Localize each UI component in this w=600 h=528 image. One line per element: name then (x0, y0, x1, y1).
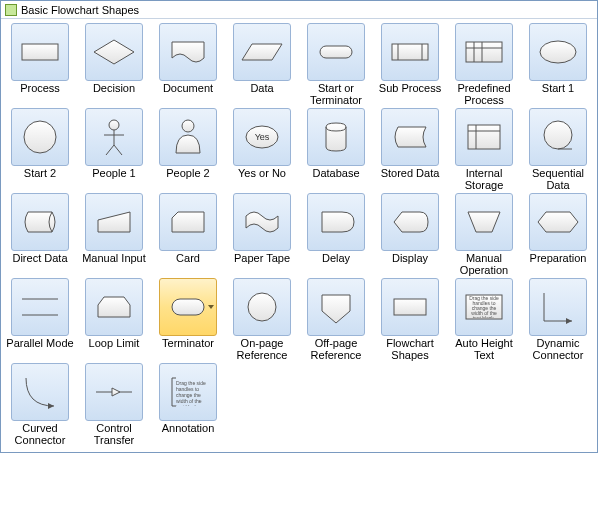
shape-tile[interactable] (455, 23, 513, 81)
shape-label: Sequential Data (521, 167, 595, 191)
svg-marker-43 (112, 388, 120, 396)
shape-tile[interactable] (307, 23, 365, 81)
shape-tile[interactable] (159, 108, 217, 166)
svg-line-17 (114, 145, 122, 155)
shape-item-database[interactable]: Database (299, 108, 373, 191)
svg-marker-26 (98, 212, 130, 232)
shape-tile[interactable] (233, 23, 291, 81)
shape-item-ctrl_transfer[interactable]: Control Transfer (77, 363, 151, 446)
svg-marker-1 (94, 40, 134, 64)
shape-label: Manual Input (82, 252, 146, 276)
shape-item-predef_process[interactable]: Predefined Process (447, 23, 521, 106)
shape-label: Yes or No (238, 167, 286, 191)
svg-marker-29 (538, 212, 578, 232)
shape-item-paper_tape[interactable]: Paper Tape (225, 193, 299, 276)
shape-item-start2[interactable]: Start 2 (3, 108, 77, 191)
shape-tile[interactable] (529, 193, 587, 251)
shape-tile[interactable] (11, 363, 69, 421)
shape-item-preparation[interactable]: Preparation (521, 193, 595, 276)
shape-item-stored_data[interactable]: Stored Data (373, 108, 447, 191)
svg-rect-7 (466, 42, 502, 62)
shape-tile[interactable] (529, 23, 587, 81)
shape-tile[interactable] (85, 23, 143, 81)
shape-tile[interactable] (11, 193, 69, 251)
shape-item-int_storage[interactable]: Internal Storage (447, 108, 521, 191)
shape-label: Database (312, 167, 359, 191)
shape-tile[interactable]: Drag the side handles to change the widt… (159, 363, 217, 421)
shape-label: Control Transfer (77, 422, 151, 446)
shape-tile[interactable] (381, 23, 439, 81)
shape-item-start_term[interactable]: Start or Terminator (299, 23, 373, 106)
shape-tile[interactable] (233, 278, 291, 336)
shape-label: Dynamic Connector (521, 337, 595, 361)
svg-marker-32 (98, 297, 130, 317)
shape-item-data[interactable]: Data (225, 23, 299, 106)
shape-tile[interactable]: Drag the side handles to change the widt… (455, 278, 513, 336)
shape-item-flow_shapes[interactable]: Flowchart Shapes (373, 278, 447, 361)
shape-tile[interactable] (233, 193, 291, 251)
shape-item-sub_process[interactable]: Sub Process (373, 23, 447, 106)
svg-point-18 (182, 120, 194, 132)
shape-label: Paper Tape (234, 252, 290, 276)
shape-tile[interactable] (85, 278, 143, 336)
shape-label: On-page Reference (225, 337, 299, 361)
shape-tile[interactable] (307, 278, 365, 336)
shapes-grid: ProcessDecisionDocumentDataStart or Term… (1, 19, 597, 452)
svg-marker-40 (566, 318, 572, 324)
shape-label: Decision (93, 82, 135, 106)
shape-item-document[interactable]: Document (151, 23, 225, 106)
shape-tile[interactable] (11, 108, 69, 166)
panel-title: Basic Flowchart Shapes (21, 4, 139, 16)
shape-item-people1[interactable]: People 1 (77, 108, 151, 191)
shape-tile[interactable] (11, 278, 69, 336)
shape-item-terminator[interactable]: Terminator (151, 278, 225, 361)
shape-item-card[interactable]: Card (151, 193, 225, 276)
shape-item-seq_data[interactable]: Sequential Data (521, 108, 595, 191)
shape-item-auto_height[interactable]: Drag the side handles to change the widt… (447, 278, 521, 361)
shape-tile[interactable] (85, 363, 143, 421)
shape-tile[interactable] (307, 108, 365, 166)
shape-tile[interactable] (159, 23, 217, 81)
shape-tile[interactable] (11, 23, 69, 81)
svg-rect-21 (468, 125, 500, 149)
shape-item-offpage_ref[interactable]: Off-page Reference (299, 278, 373, 361)
shape-item-loop_limit[interactable]: Loop Limit (77, 278, 151, 361)
shape-label: Delay (322, 252, 350, 276)
svg-point-11 (540, 41, 576, 63)
shape-tile[interactable] (381, 108, 439, 166)
shape-item-parallel_mode[interactable]: Parallel Mode (3, 278, 77, 361)
shape-item-display[interactable]: Display (373, 193, 447, 276)
shape-item-manual_op[interactable]: Manual Operation (447, 193, 521, 276)
shape-label: Preparation (530, 252, 587, 276)
shape-tile[interactable] (381, 278, 439, 336)
shape-label: Sub Process (379, 82, 441, 106)
shape-tile[interactable] (529, 278, 587, 336)
shape-item-decision[interactable]: Decision (77, 23, 151, 106)
shape-tile[interactable] (381, 193, 439, 251)
shape-item-annotation[interactable]: Drag the side handles to change the widt… (151, 363, 225, 446)
shape-tile[interactable] (455, 193, 513, 251)
shape-tile[interactable] (159, 278, 217, 336)
shape-item-process[interactable]: Process (3, 23, 77, 106)
shape-item-curved_conn[interactable]: Curved Connector (3, 363, 77, 446)
shape-item-onpage_ref[interactable]: On-page Reference (225, 278, 299, 361)
shape-label: Card (176, 252, 200, 276)
shape-tile[interactable] (85, 193, 143, 251)
shape-tile[interactable] (529, 108, 587, 166)
shape-item-people2[interactable]: People 2 (151, 108, 225, 191)
shape-tile[interactable] (307, 193, 365, 251)
shape-tile[interactable] (85, 108, 143, 166)
shape-tile[interactable] (455, 108, 513, 166)
shape-item-manual_input[interactable]: Manual Input (77, 193, 151, 276)
svg-marker-27 (172, 212, 204, 232)
shape-item-direct_data[interactable]: Direct Data (3, 193, 77, 276)
shape-tile[interactable] (159, 193, 217, 251)
shape-tile[interactable]: Yes (233, 108, 291, 166)
shape-item-yes_no[interactable]: YesYes or No (225, 108, 299, 191)
shape-item-start1[interactable]: Start 1 (521, 23, 595, 106)
shape-item-delay[interactable]: Delay (299, 193, 373, 276)
svg-point-34 (248, 293, 276, 321)
shape-label: Loop Limit (89, 337, 140, 361)
shape-item-dyn_connector[interactable]: Dynamic Connector (521, 278, 595, 361)
shape-label: Predefined Process (447, 82, 521, 106)
